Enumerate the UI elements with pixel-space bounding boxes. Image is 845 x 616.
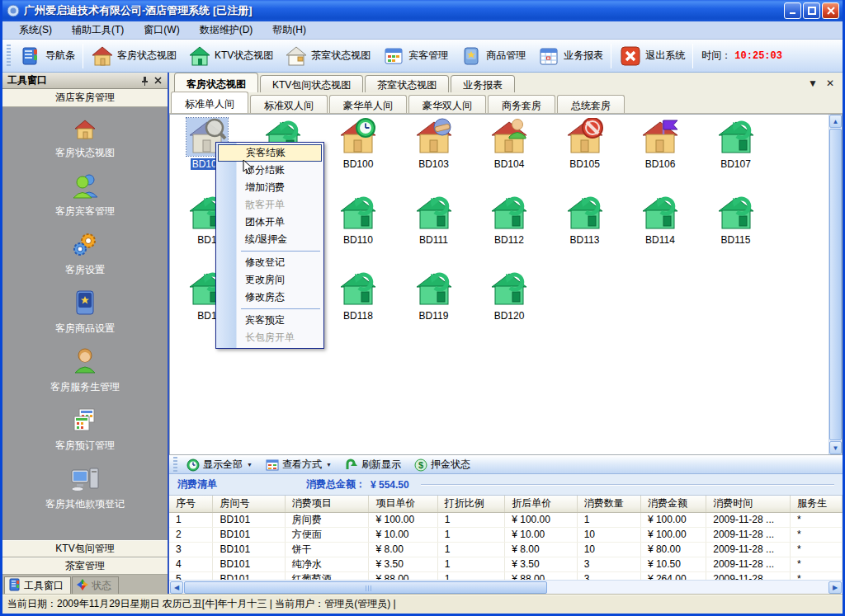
scroll-up-icon[interactable]: ▲ <box>829 115 842 128</box>
tab-list-dropdown-icon[interactable]: ▼ <box>808 78 818 89</box>
sidebar-tab-状态[interactable]: 状态 <box>72 576 119 594</box>
column-header[interactable]: 消费时间 <box>706 496 791 512</box>
sidebar-item-客房预订管理[interactable]: 客房预订管理 <box>55 407 115 453</box>
room-BD103[interactable]: BD103 <box>399 118 470 170</box>
status-text: 当前日期：2009年11月29日星期日 农历己丑[牛]年十月十三 | 当前用户：… <box>7 597 396 611</box>
menu-item[interactable]: 帮助(H) <box>262 21 316 39</box>
tab-业务报表[interactable]: 业务报表 <box>451 75 515 92</box>
column-header[interactable]: 房间号 <box>213 496 285 512</box>
tab-客房状态视图[interactable]: 客房状态视图 <box>174 73 258 92</box>
column-header[interactable]: 打折比例 <box>437 496 504 512</box>
toolbar-button[interactable]: KTV状态视图 <box>182 42 279 70</box>
sidebar-item-客房商品设置[interactable]: 客房商品设置 <box>55 289 115 336</box>
column-header[interactable]: 项目单价 <box>369 496 437 512</box>
sidebar-item-客房服务生管理[interactable]: 客房服务生管理 <box>50 348 120 394</box>
horizontal-scrollbar[interactable]: ◀ ▶ <box>169 580 843 594</box>
room-BD107[interactable]: BD107 <box>701 118 772 170</box>
menu-item[interactable]: 窗口(W) <box>134 21 189 39</box>
list-toolbar-button[interactable]: $押金状态 <box>408 457 477 473</box>
pin-icon[interactable] <box>138 74 151 87</box>
column-header[interactable]: 服务生 <box>790 496 842 512</box>
room-BD118[interactable]: BD118 <box>323 270 394 322</box>
sidebar-item-客房其他款项登记[interactable]: 客房其他款项登记 <box>45 465 125 511</box>
table-row[interactable]: 5BD101红葡萄酒¥ 88.001¥ 88.003¥ 264.002009-1… <box>169 571 843 580</box>
minimize-button[interactable] <box>784 2 801 19</box>
list-toolbar-button[interactable]: 查看方式▼ <box>259 457 338 473</box>
consume-title: 消费清单 <box>177 477 301 491</box>
room-BD100[interactable]: BD100 <box>323 118 394 170</box>
roomtab-商务套房[interactable]: 商务套房 <box>488 95 555 113</box>
sidebar-tab-工具窗口[interactable]: 工具窗口 <box>4 576 71 594</box>
sidebar-group-bar[interactable]: KTV包间管理 <box>2 540 168 557</box>
horizontal-scroll-thumb[interactable] <box>184 581 547 594</box>
room-BD119[interactable]: BD119 <box>399 270 470 322</box>
column-header[interactable]: 折后单价 <box>505 496 577 512</box>
sidebar-close-icon[interactable] <box>151 74 164 87</box>
context-menu-item-团体开单[interactable]: 团体开单 <box>218 214 322 231</box>
toolbar-button[interactable]: 茶室状态视图 <box>279 42 376 70</box>
context-menu-item-散客开单[interactable]: 散客开单 <box>218 196 322 214</box>
room-BD114[interactable]: BD114 <box>625 194 696 246</box>
sidebar-item-客房宾客管理[interactable]: 客房宾客管理 <box>55 172 115 219</box>
context-menu-item-增加消费[interactable]: 增加消费 <box>218 179 322 196</box>
list-toolbar-button[interactable]: 显示全部▼ <box>180 457 259 473</box>
table-row[interactable]: 1BD101房间费¥ 100.001¥ 100.001¥ 100.002009-… <box>169 512 843 527</box>
context-menu-item-长包房开单[interactable]: 长包房开单 <box>218 329 322 346</box>
vertical-scrollbar[interactable]: ▲ ▼ <box>828 115 842 454</box>
toolbar-button[interactable]: 商品管理 <box>454 42 531 70</box>
roomtab-豪华双人间[interactable]: 豪华双人间 <box>408 95 486 113</box>
sidebar-group-header[interactable]: 酒店客房管理 <box>2 89 168 107</box>
room-BD106[interactable]: BD106 <box>625 118 696 170</box>
close-button[interactable] <box>822 2 839 19</box>
context-menu-item-更改房间[interactable]: 更改房间 <box>218 271 322 289</box>
toolbar-button[interactable]: 宾客管理 <box>376 42 454 70</box>
menu-item[interactable]: 辅助工具(T) <box>62 21 134 39</box>
menu-item[interactable]: 系统(S) <box>9 21 62 39</box>
column-header[interactable]: 序号 <box>169 496 213 512</box>
context-menu-item-修改登记[interactable]: 修改登记 <box>218 254 322 271</box>
roomtab-总统套房[interactable]: 总统套房 <box>557 95 625 113</box>
room-BD111[interactable]: BD111 <box>399 194 470 246</box>
context-menu-item-修改房态[interactable]: 修改房态 <box>218 289 322 306</box>
roomtab-标准单人间[interactable]: 标准单人间 <box>171 92 248 113</box>
toolbar-button[interactable]: 退出系统 <box>613 42 691 70</box>
roomtab-标准双人间[interactable]: 标准双人间 <box>250 95 328 113</box>
context-menu-item-部分结账[interactable]: 部分结账 <box>218 162 322 179</box>
table-row[interactable]: 2BD101方便面¥ 10.001¥ 10.0010¥ 100.002009-1… <box>169 527 843 542</box>
tab-close-icon[interactable]: ✕ <box>826 78 834 89</box>
context-menu-item-宾客预定[interactable]: 宾客预定 <box>218 312 322 329</box>
sidebar-group-bar[interactable]: 茶室管理 <box>2 557 168 575</box>
table-row[interactable]: 4BD101纯净水¥ 3.501¥ 3.503¥ 10.502009-11-28… <box>169 557 843 571</box>
list-toolbar-button[interactable]: 刷新显示 <box>338 457 408 473</box>
scroll-right-icon[interactable]: ▶ <box>828 581 842 594</box>
table-row[interactable]: 3BD101饼干¥ 8.001¥ 8.0010¥ 80.002009-11-28… <box>169 542 843 557</box>
scroll-left-icon[interactable]: ◀ <box>170 581 183 594</box>
sidebar-item-客房状态视图[interactable]: 客房状态视图 <box>55 119 115 160</box>
room-BD120[interactable]: BD120 <box>474 270 545 322</box>
sidebar-item-客房设置[interactable]: 客房设置 <box>65 231 105 277</box>
roomtab-豪华单人间[interactable]: 豪华单人间 <box>329 95 407 113</box>
table-cell: 1 <box>437 557 504 571</box>
table-cell: 1 <box>437 512 504 527</box>
room-BD104[interactable]: BD104 <box>474 118 545 170</box>
room-BD110[interactable]: BD110 <box>323 194 394 246</box>
room-BD113[interactable]: BD113 <box>550 194 621 246</box>
vertical-scroll-thumb[interactable] <box>829 129 842 440</box>
column-header[interactable]: 消费数量 <box>577 496 640 512</box>
tab-茶室状态视图[interactable]: 茶室状态视图 <box>365 75 449 92</box>
maximize-button[interactable] <box>803 2 820 19</box>
menu-item[interactable]: 数据维护(D) <box>190 21 263 39</box>
scroll-down-icon[interactable]: ▼ <box>829 441 842 454</box>
context-menu-item-宾客结账[interactable]: 宾客结账 <box>218 144 322 162</box>
toolbar-button[interactable]: 业务报表 <box>531 42 609 70</box>
room-BD112[interactable]: BD112 <box>474 194 545 246</box>
column-header[interactable]: 消费项目 <box>285 496 369 512</box>
context-menu-item-续/退押金[interactable]: 续/退押金 <box>218 231 322 248</box>
column-header[interactable]: 消费金额 <box>640 496 706 512</box>
toolbar-button[interactable]: 导航条 <box>13 42 81 70</box>
room-BD115[interactable]: BD115 <box>701 194 772 246</box>
tab-KTV包间状态视图[interactable]: KTV包间状态视图 <box>260 75 363 92</box>
table-cell: ¥ 8.00 <box>369 542 437 557</box>
room-BD105[interactable]: BD105 <box>550 118 621 170</box>
toolbar-button[interactable]: 客房状态视图 <box>85 42 182 70</box>
